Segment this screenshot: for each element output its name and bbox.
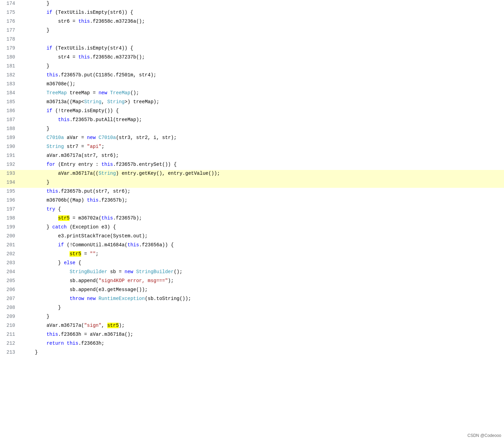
line-number: 177 — [0, 27, 21, 34]
code-token — [64, 341, 67, 346]
code-token: (); — [174, 269, 182, 275]
table-row: 180 str4 = this.f23658c.m37237b(); — [0, 54, 504, 63]
code-token: (TextUtils.isEmpty(str4)) { — [52, 45, 133, 51]
line-number: 196 — [0, 197, 21, 204]
code-token — [107, 90, 110, 96]
code-token: TreeMap — [110, 90, 130, 96]
code-token: sb = — [107, 269, 125, 275]
table-row: 210 aVar.m36717a("sign", str5); — [0, 322, 504, 331]
code-lines: 174 }175 if (TextUtils.isEmpty(str6)) {1… — [0, 0, 504, 358]
code-token: StringBuilder — [69, 269, 107, 275]
code-token: for — [46, 162, 55, 167]
code-token — [23, 296, 69, 301]
line-number: 192 — [0, 161, 21, 168]
line-number: 184 — [0, 89, 21, 97]
line-content: aVar.m36717a("sign", str5); — [21, 322, 504, 329]
code-token: ); — [119, 323, 125, 328]
line-number: 175 — [0, 9, 21, 16]
code-token: aVar.m36717a( — [23, 323, 84, 328]
table-row: 202 str5 = ""; — [0, 250, 504, 259]
line-number: 186 — [0, 107, 21, 115]
code-token — [23, 90, 46, 96]
table-row: 185 m36713a((Map<String, String>) treeMa… — [0, 98, 504, 107]
code-token — [23, 341, 46, 346]
code-token: String — [107, 99, 125, 105]
code-token: .f23658c.m37237b(); — [90, 54, 145, 60]
code-token: if — [46, 45, 52, 51]
line-number: 199 — [0, 224, 21, 231]
line-content: C7010a aVar = new C7010a(str3, str2, i, … — [21, 134, 504, 141]
code-token: str4 = — [23, 54, 78, 60]
line-content: try { — [21, 206, 504, 213]
line-number: 182 — [0, 72, 21, 79]
code-token: } — [23, 260, 64, 266]
code-token: (str3, str2, i, str); — [116, 135, 176, 140]
code-token: "" — [90, 251, 96, 257]
code-token — [23, 108, 46, 114]
line-number: 207 — [0, 295, 21, 302]
table-row: 195 this.f23657b.put(str7, str6); — [0, 188, 504, 197]
code-token: .f23657b.put(C1185c.f2501m, str4); — [58, 72, 157, 78]
code-token: } — [23, 350, 38, 355]
table-row: 197 try { — [0, 206, 504, 215]
line-content: this.f23663h = aVar.m36718a(); — [21, 331, 504, 338]
code-token — [23, 332, 46, 337]
table-row: 184 TreeMap treeMap = new TreeMap(); — [0, 89, 504, 98]
table-row: 179 if (TextUtils.isEmpty(str4)) { — [0, 45, 504, 54]
table-row: 211 this.f23663h = aVar.m36718a(); — [0, 331, 504, 340]
code-token: "api" — [87, 144, 101, 149]
table-row: 207 throw new RuntimeException(sb.toStri… — [0, 295, 504, 304]
line-number: 204 — [0, 268, 21, 276]
line-number: 198 — [0, 215, 21, 222]
line-number: 185 — [0, 98, 21, 106]
highlighted-token: str5 — [58, 215, 70, 221]
code-token — [23, 135, 46, 140]
code-token: } — [23, 28, 50, 33]
line-content: } — [21, 349, 504, 356]
code-token: } — [23, 180, 50, 185]
code-token: StringBuilder — [136, 269, 174, 275]
code-token: sb.append( — [23, 278, 98, 283]
line-content: } — [21, 27, 504, 34]
code-token: TreeMap — [46, 90, 67, 96]
code-token: { — [75, 260, 81, 266]
code-token — [23, 10, 46, 15]
code-token: (TextUtils.isEmpty(str6)) { — [52, 10, 133, 15]
code-token: m36706b((Map) — [23, 197, 87, 203]
code-token: , — [101, 99, 107, 105]
line-number: 179 — [0, 45, 21, 52]
code-token: RuntimeException — [98, 296, 144, 301]
line-content: } — [21, 313, 504, 320]
code-token: try — [46, 206, 55, 212]
line-number: 205 — [0, 277, 21, 285]
code-token: .f23658c.m37236a(); — [90, 19, 145, 24]
table-row: 176 str6 = this.f23658c.m37236a(); — [0, 18, 504, 27]
table-row: 198 str5 = m36702a(this.f23657b); — [0, 215, 504, 224]
code-token: m36713a((Map< — [23, 99, 84, 105]
line-content: StringBuilder sb = new StringBuilder(); — [21, 268, 504, 276]
line-content: return this.f23663h; — [21, 340, 504, 347]
table-row: 199 } catch (Exception e3) { — [0, 224, 504, 233]
code-container: 174 }175 if (TextUtils.isEmpty(str6)) {1… — [0, 0, 504, 440]
line-content: } else { — [21, 259, 504, 267]
code-token: sb.append(e3.getMessage()); — [23, 287, 148, 292]
table-row: 177 } — [0, 27, 504, 36]
code-token: } — [23, 63, 50, 69]
line-number: 209 — [0, 313, 21, 320]
table-row: 188 } — [0, 125, 504, 134]
code-token: aVar = — [64, 135, 87, 140]
code-token — [84, 296, 87, 301]
line-number: 206 — [0, 286, 21, 293]
highlighted-token: str5 — [107, 323, 119, 328]
code-token — [23, 72, 46, 78]
line-content: aVar.m36717a((String) entry.getKey(), en… — [21, 170, 504, 177]
code-token: .f23657b.put(str7, str6); — [58, 189, 130, 194]
code-token: "sign" — [84, 323, 101, 328]
table-row: 187 this.f23657b.putAll(treeMap); — [0, 116, 504, 125]
code-token: , — [101, 323, 107, 328]
line-content: str4 = this.f23658c.m37237b(); — [21, 54, 504, 61]
code-token: .f23657b); — [113, 215, 142, 221]
line-number: 187 — [0, 116, 21, 124]
table-row: 174 } — [0, 0, 504, 9]
code-token: (Entry entry : — [55, 162, 101, 167]
